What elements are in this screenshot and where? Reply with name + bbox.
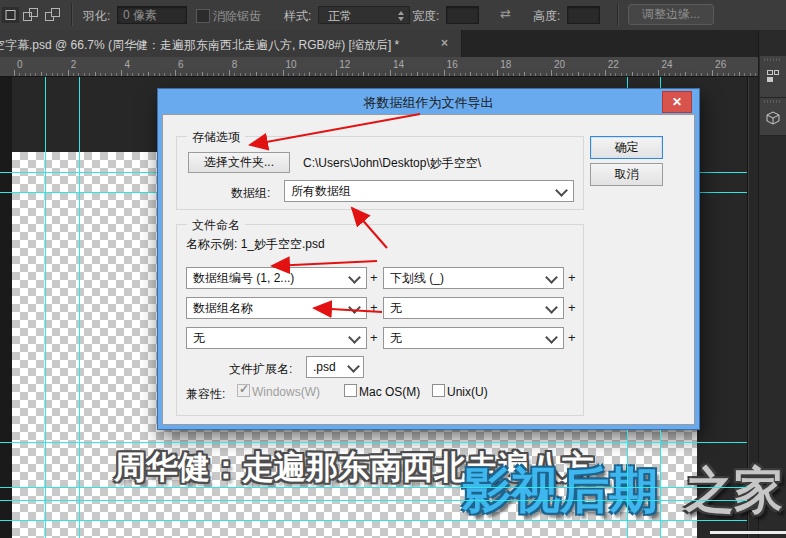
- guide-vertical: [79, 430, 80, 538]
- swap-dimensions-icon[interactable]: ⇄: [500, 6, 511, 21]
- ruler-tick: [685, 72, 686, 76]
- naming-part-select-right[interactable]: 下划线 (_): [383, 267, 564, 289]
- compat-option-label: Unix(U): [447, 385, 488, 399]
- dialog-body: 存储选项 选择文件夹... C:\Users\John\Desktop\妙手空空…: [162, 114, 695, 425]
- naming-part-value: 数据组名称: [193, 301, 253, 315]
- ruler-tick: [121, 70, 122, 76]
- dock-panel-button-3d[interactable]: [760, 98, 786, 136]
- ruler-tick-label: 20: [554, 59, 565, 70]
- ruler-tick: [14, 70, 15, 76]
- plus-separator: +: [370, 330, 378, 345]
- export-path: C:\Users\John\Desktop\妙手空空\: [303, 155, 481, 172]
- compat-checkbox-unixu[interactable]: [432, 384, 445, 397]
- dataset-label: 数据组:: [231, 185, 270, 202]
- ruler-tick-label: 0: [17, 59, 23, 70]
- naming-part-select-right[interactable]: 无: [383, 297, 564, 319]
- height-label: 高度:: [533, 8, 560, 25]
- ruler-tick: [68, 70, 69, 76]
- ruler-tick: [497, 70, 498, 76]
- dock-panel-button[interactable]: [760, 56, 786, 98]
- naming-part-select-right[interactable]: 无: [383, 327, 564, 349]
- plus-separator: +: [568, 270, 576, 285]
- naming-part-value: 无: [390, 331, 402, 345]
- name-example: 名称示例: 1_妙手空空.psd: [186, 236, 325, 253]
- cancel-button[interactable]: 取消: [590, 163, 663, 186]
- plus-separator: +: [568, 300, 576, 315]
- ruler-tick-label: 10: [286, 59, 297, 70]
- guide-vertical: [660, 430, 661, 538]
- document-tab[interactable]: 空字幕.psd @ 66.7% (周华健：走遍那东南西北走遍八方, RGB/8#…: [0, 30, 462, 57]
- ruler-tick-label: 26: [715, 59, 726, 70]
- document-tab-title: 空字幕.psd @ 66.7% (周华健：走遍那东南西北走遍八方, RGB/8#…: [0, 37, 399, 54]
- height-input[interactable]: [567, 6, 600, 24]
- check-icon: ✓: [239, 382, 249, 396]
- guide-vertical: [45, 77, 46, 430]
- ruler-tick: [95, 72, 96, 76]
- naming-part-select-left[interactable]: 数据组名称: [186, 297, 367, 319]
- ruler-tick-label: 8: [232, 59, 238, 70]
- naming-part-select-left[interactable]: 数据组编号 (1, 2...): [186, 267, 367, 289]
- compat-checkbox-windowsw[interactable]: ✓: [237, 384, 250, 397]
- ruler-tick: [712, 70, 713, 76]
- chevron-down-icon: [348, 301, 361, 314]
- chevron-down-icon: [545, 271, 558, 284]
- compat-option-label: Windows(W): [252, 385, 320, 399]
- right-panel-dock: [758, 30, 786, 538]
- ruler-tick: [417, 72, 418, 76]
- ruler-tick: [336, 70, 337, 76]
- subtract-from-selection-icon[interactable]: [44, 7, 61, 23]
- guide-horizontal: [0, 520, 747, 521]
- ruler-tick-label: 16: [447, 59, 458, 70]
- panel-grip: [764, 100, 782, 103]
- ruler-tick: [739, 72, 740, 76]
- naming-part-value: 下划线 (_): [390, 271, 444, 285]
- width-label: 宽度:: [412, 8, 439, 25]
- toolbar-separator: [71, 3, 72, 26]
- ruler-tick-label: 22: [608, 59, 619, 70]
- feather-input[interactable]: 0 像素: [117, 6, 187, 24]
- ruler-tick: [524, 72, 525, 76]
- updown-arrows-icon: [398, 11, 404, 21]
- guide-vertical: [79, 77, 80, 430]
- ruler-tick-label: 18: [500, 59, 511, 70]
- naming-part-select-left[interactable]: 无: [186, 327, 367, 349]
- ruler-minor-ticks: [14, 73, 758, 76]
- antialias-label: 消除锯齿: [213, 8, 261, 25]
- dataset-select[interactable]: 所有数据组: [284, 180, 574, 202]
- dataset-select-value: 所有数据组: [291, 184, 351, 198]
- dialog-close-button[interactable]: ✕: [662, 91, 692, 113]
- watermark-gray-text: 之家: [685, 463, 783, 517]
- new-selection-icon[interactable]: [2, 7, 19, 23]
- watermark-blue-text: 影视后期: [462, 463, 658, 517]
- add-to-selection-icon[interactable]: [22, 7, 39, 23]
- ruler-tick: [309, 72, 310, 76]
- naming-part-value: 无: [193, 331, 205, 345]
- guide-vertical: [45, 430, 46, 538]
- watermark-underline: [710, 531, 786, 534]
- ruler-tick: [175, 70, 176, 76]
- width-input[interactable]: [446, 6, 479, 24]
- export-datasets-dialog: 将数据组作为文件导出 ✕ 存储选项 选择文件夹... C:\Users\John…: [157, 88, 700, 430]
- naming-part-value: 数据组编号 (1, 2...): [193, 271, 294, 285]
- extension-select[interactable]: .psd: [306, 356, 364, 378]
- refine-edge-button[interactable]: 调整边缘...: [628, 4, 714, 25]
- extension-label: 文件扩展名:: [229, 361, 292, 378]
- naming-row: 无+无+: [177, 327, 583, 349]
- ruler-tick: [41, 72, 42, 76]
- tab-close-icon[interactable]: ×: [441, 36, 448, 50]
- ok-button[interactable]: 确定: [590, 136, 663, 159]
- compat-checkbox-macosm[interactable]: [344, 384, 357, 397]
- ruler-tick-label: 12: [339, 59, 350, 70]
- style-select[interactable]: 正常: [318, 6, 410, 24]
- naming-row: 数据组名称+无+: [177, 297, 583, 319]
- choose-folder-button[interactable]: 选择文件夹...: [188, 152, 290, 173]
- ruler-tick-label: 6: [178, 59, 184, 70]
- panel-grip: [764, 58, 782, 61]
- ruler-tick: [229, 70, 230, 76]
- ruler-tick-label: 2: [71, 59, 77, 70]
- antialias-checkbox[interactable]: [196, 9, 210, 23]
- save-options-group: 存储选项 选择文件夹... C:\Users\John\Desktop\妙手空空…: [176, 136, 584, 210]
- toolbar-separator: [617, 3, 618, 26]
- ruler-tick: [256, 72, 257, 76]
- ruler-tick: [470, 72, 471, 76]
